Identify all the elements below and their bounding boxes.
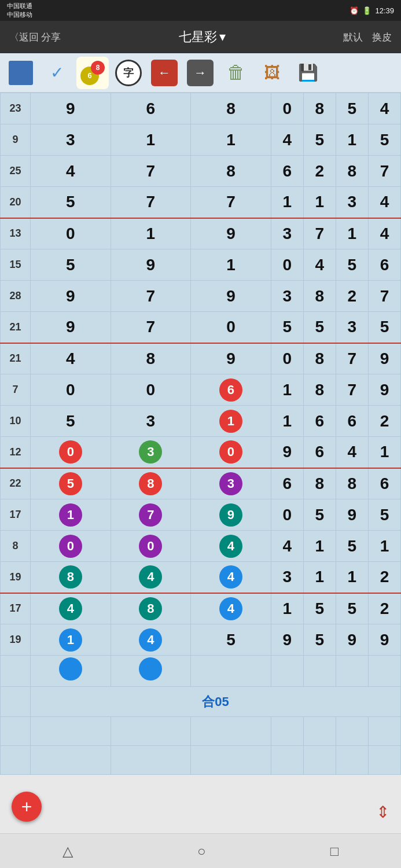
recent-nav-button[interactable]: □ — [330, 843, 339, 859]
table-cell: 1 — [191, 406, 271, 437]
table-cell: 8 — [191, 93, 271, 124]
table-cell: 5 — [368, 124, 400, 156]
table-cell: 0 — [31, 531, 111, 562]
table-cell: 3 — [336, 187, 368, 218]
photo-button[interactable]: 🖼 — [256, 57, 288, 89]
table-cell: 1 — [31, 624, 111, 656]
circle-purple: 3 — [219, 472, 242, 495]
text-badge-button[interactable]: 6 8 — [76, 57, 109, 89]
char-icon-button[interactable]: 字 — [112, 57, 145, 89]
table-cell: 3 — [191, 468, 271, 499]
table-cell: 1 — [271, 593, 303, 624]
share-button[interactable]: 分享 — [41, 31, 61, 44]
table-cell: 1 — [271, 187, 303, 218]
table-row: 171790595 — [1, 499, 401, 531]
row-label: 17 — [1, 499, 31, 531]
table-cell: 4 — [303, 249, 336, 281]
table-row: 93114515 — [1, 124, 401, 156]
main-table: 2396808549311451525478628720577113413019… — [0, 93, 401, 775]
circle-red: 1 — [219, 410, 242, 433]
table-cell: 1 — [111, 124, 191, 156]
table-cell: 7 — [111, 187, 191, 218]
row-label: 25 — [1, 156, 31, 187]
row-label: 17 — [1, 593, 31, 624]
table-cell: 8 — [303, 343, 336, 374]
nav-right-actions[interactable]: 默认 换皮 — [343, 31, 392, 44]
row-label: 9 — [1, 124, 31, 156]
carrier1-label: 中国联通 — [7, 2, 32, 10]
table-cell: 6 — [111, 93, 191, 124]
table-cell: 4 — [336, 437, 368, 468]
nav-bar: 〈返回 分享 七星彩 ▾ 默认 换皮 — [0, 21, 401, 53]
table-row: 214890879 — [1, 343, 401, 374]
table-cell: 9 — [271, 437, 303, 468]
table-cell: 2 — [368, 593, 400, 624]
table-cell: 0 — [31, 218, 111, 249]
back-button[interactable]: 〈返回 — [9, 31, 39, 44]
table-cell: 9 — [191, 281, 271, 312]
table-cell: 5 — [303, 593, 336, 624]
table-cell: 1 — [191, 124, 271, 156]
table-cell: 4 — [368, 93, 400, 124]
table-cell: 4 — [368, 218, 400, 249]
row-label: 10 — [1, 406, 31, 437]
table-cell: 7 — [368, 156, 400, 187]
circle-blue: 4 — [219, 597, 242, 620]
save-button[interactable]: 💾 — [292, 57, 324, 89]
default-button[interactable]: 默认 — [343, 31, 363, 44]
table-cell: 3 — [271, 218, 303, 249]
row-label: 21 — [1, 312, 31, 343]
table-cell: 6 — [191, 374, 271, 406]
clock-icon: ⏰ — [350, 6, 359, 15]
home-nav-button[interactable]: ○ — [197, 843, 206, 859]
table-cell: 5 — [303, 312, 336, 343]
table-row: 225836886 — [1, 468, 401, 499]
blue-circle-1 — [59, 657, 82, 681]
table-cell: 3 — [271, 281, 303, 312]
table-row: 120309641 — [1, 437, 401, 468]
table-row: 174841552 — [1, 593, 401, 624]
table-cell: 5 — [31, 187, 111, 218]
circle-purple: 7 — [139, 503, 162, 527]
table-cell: 1 — [368, 437, 400, 468]
table-cell: 9 — [336, 499, 368, 531]
fab-add-button[interactable]: + — [12, 792, 42, 822]
table-cell: 4 — [368, 187, 400, 218]
circle-teal: 4 — [139, 565, 162, 589]
row-label: 19 — [1, 562, 31, 593]
table-cell: 5 — [303, 499, 336, 531]
fab-scroll-button[interactable]: ⇕ — [376, 803, 389, 822]
table-cell: 8 — [31, 562, 111, 593]
back-nav-button[interactable]: △ — [62, 843, 73, 859]
row-label: 7 — [1, 374, 31, 406]
back-arrow-button[interactable]: ← — [148, 57, 181, 89]
circle-purple: 0 — [59, 535, 82, 558]
table-cell: 9 — [336, 624, 368, 656]
table-cell: 4 — [31, 156, 111, 187]
empty-row — [1, 717, 401, 746]
table-cell: 5 — [368, 499, 400, 531]
table-cell: 3 — [271, 562, 303, 593]
forward-arrow-button[interactable]: → — [184, 57, 216, 89]
nav-back-share[interactable]: 〈返回 分享 — [9, 31, 61, 44]
carrier2-label: 中国移动 — [7, 10, 32, 19]
table-cell: 9 — [191, 343, 271, 374]
table-cell: 5 — [368, 312, 400, 343]
table-cell: 4 — [191, 593, 271, 624]
table-cell: 0 — [111, 374, 191, 406]
trash-button[interactable]: 🗑 — [220, 57, 252, 89]
table-cell: 9 — [368, 624, 400, 656]
row-label: 12 — [1, 437, 31, 468]
table-cell: 7 — [111, 312, 191, 343]
table-cell: 1 — [271, 374, 303, 406]
skin-button[interactable]: 换皮 — [372, 31, 392, 44]
blue-rect-button[interactable] — [5, 57, 37, 89]
row-label: 13 — [1, 218, 31, 249]
circle-teal: 8 — [139, 597, 162, 620]
table-cell: 2 — [368, 406, 400, 437]
table-cell: 4 — [31, 343, 111, 374]
table-row: 130193714 — [1, 218, 401, 249]
row-label: 8 — [1, 531, 31, 562]
check-button[interactable]: ✓ — [41, 57, 73, 89]
title-arrow[interactable]: ▾ — [219, 30, 226, 45]
